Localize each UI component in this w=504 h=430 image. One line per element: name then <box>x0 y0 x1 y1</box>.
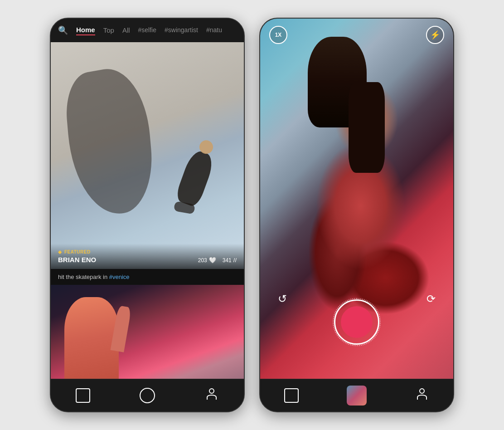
person-body-right <box>417 395 427 400</box>
likes-count: 203 <box>198 257 207 264</box>
record-button-area <box>334 299 379 345</box>
left-phone: 🔍 Home Top All #selfie #swingartist #nat… <box>50 18 245 412</box>
featured-label: FEATURED <box>64 249 91 254</box>
flip-camera-button[interactable]: ⟳ <box>422 289 441 308</box>
zoom-badge[interactable]: 1X <box>269 26 287 44</box>
card-overlay: ◆ FEATURED BRIAN ENO 203 🤍 341 // <box>51 244 244 269</box>
card-meta-left: ◆ FEATURED BRIAN ENO <box>58 249 96 264</box>
tab-all[interactable]: All <box>122 26 130 35</box>
diamond-icon: ◆ <box>58 249 62 255</box>
main-card-background <box>51 42 244 269</box>
tab-swingartist[interactable]: #swingartist <box>165 26 198 34</box>
nav-bar: 🔍 Home Top All #selfie #swingartist #nat… <box>51 19 244 42</box>
nav-profile-button[interactable] <box>204 388 219 403</box>
featured-badge: ◆ FEATURED <box>58 249 96 255</box>
caption-row: hit the skatepark in #venice <box>51 269 244 285</box>
hand-shape <box>64 297 119 379</box>
tab-nature[interactable]: #natu <box>206 26 222 34</box>
likes-stat: 203 🤍 <box>198 257 216 264</box>
nav-home-button[interactable] <box>140 388 155 403</box>
timer-button[interactable]: ↺ <box>273 289 292 308</box>
card-username: BRIAN ENO <box>58 256 96 264</box>
reposts-count: 341 <box>223 257 232 264</box>
repost-icon: // <box>233 257 237 264</box>
search-icon[interactable]: 🔍 <box>58 25 68 35</box>
feed: ◆ FEATURED BRIAN ENO 203 🤍 341 // <box>51 42 244 379</box>
gallery-thumbnail <box>347 386 367 406</box>
tab-selfie[interactable]: #selfie <box>138 26 156 34</box>
nav-grid-button[interactable] <box>76 388 90 403</box>
caption-text: hit the skatepark in <box>58 274 109 280</box>
heart-icon: 🤍 <box>209 257 216 264</box>
flash-button[interactable]: ⚡ <box>426 26 444 44</box>
nav-profile-button-right[interactable] <box>415 388 429 403</box>
home-circle-icon <box>140 388 155 403</box>
record-outer-ring[interactable] <box>334 299 379 345</box>
right-phone: 1X ⚡ ↺ ⟳ <box>259 18 454 412</box>
profile-icon <box>204 388 219 403</box>
skate-scene <box>51 42 244 269</box>
hair-shape <box>308 37 367 127</box>
caption-hashtag[interactable]: #venice <box>109 274 130 280</box>
nav-grid-button-right[interactable] <box>284 388 299 403</box>
grid-icon <box>76 388 90 403</box>
tab-top[interactable]: Top <box>103 26 114 35</box>
person-head <box>209 388 214 394</box>
bottom-nav-left <box>51 379 244 411</box>
bottom-nav-right <box>260 379 453 411</box>
tab-home[interactable]: Home <box>76 26 95 35</box>
second-card[interactable] <box>51 285 244 379</box>
second-card-background <box>51 285 244 379</box>
profile-icon-right <box>415 388 429 403</box>
grid-icon-right <box>284 388 299 403</box>
record-dots-ring <box>333 298 381 346</box>
reposts-stat: 341 // <box>223 257 237 264</box>
person-head-right <box>419 388 425 394</box>
card-stats: 203 🤍 341 // <box>198 257 237 264</box>
camera-view[interactable]: 1X ⚡ ↺ ⟳ <box>260 19 453 379</box>
person-body <box>207 395 217 400</box>
main-card[interactable]: ◆ FEATURED BRIAN ENO 203 🤍 341 // <box>51 42 244 269</box>
nav-gallery-button[interactable] <box>347 386 367 406</box>
camera-top-bar: 1X ⚡ <box>260 26 453 44</box>
